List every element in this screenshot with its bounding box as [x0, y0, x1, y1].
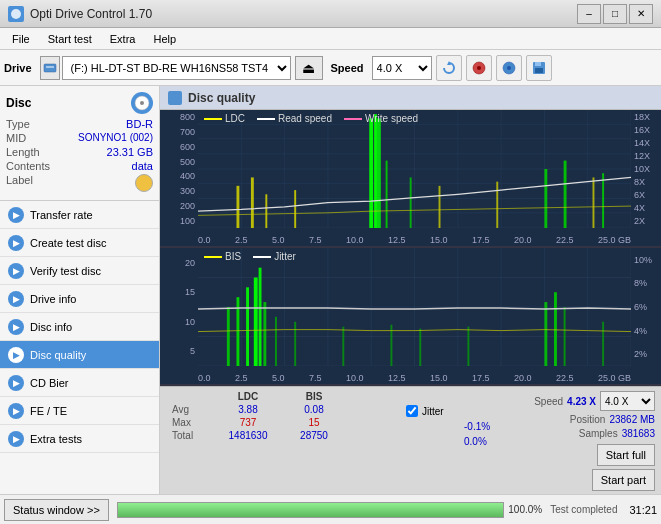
progress-bar-fill [118, 503, 503, 517]
jitter-label-legend: Jitter [274, 251, 296, 262]
legend-writespeed: Write speed [344, 113, 418, 124]
maximize-button[interactable]: □ [603, 4, 627, 24]
extra-tests-label: Extra tests [30, 433, 82, 445]
progress-area: 100.0% [117, 502, 542, 518]
disc-info-icon: ▶ [8, 319, 24, 335]
drive-icon [40, 56, 60, 80]
legend-jitter: Jitter [253, 251, 296, 262]
stats-avg-row: Avg 3.88 0.08 [172, 404, 406, 415]
disc-button[interactable] [466, 55, 492, 81]
sidebar-item-create-test-disc[interactable]: ▶ Create test disc [0, 229, 159, 257]
drive-info-label: Drive info [30, 293, 76, 305]
mid-label: MID [6, 132, 26, 144]
disc-panel: Disc Type BD-R MID SONYNO1 (002) Length … [0, 86, 159, 201]
sidebar: Disc Type BD-R MID SONYNO1 (002) Length … [0, 86, 160, 494]
position-label: Position [570, 414, 606, 425]
samples-row: Samples 381683 [579, 428, 655, 439]
stats-max-row: Max 737 15 [172, 417, 406, 428]
svg-rect-42 [544, 169, 547, 228]
speed-select[interactable]: 4.0 X [372, 56, 432, 80]
svg-rect-41 [496, 182, 498, 228]
chart1-y-left: 800 700 600 500 400 300 200 100 [160, 110, 198, 228]
verify-test-label: Verify test disc [30, 265, 101, 277]
content-area: Disc quality LDC Read speed [160, 86, 661, 494]
chart2-legend: BIS Jitter [204, 251, 296, 262]
menu-help[interactable]: Help [145, 31, 184, 47]
svg-rect-68 [342, 327, 344, 366]
jitter-area: Jitter -0.1% 0.0% [406, 405, 526, 490]
eject-button[interactable]: ⏏ [295, 56, 323, 80]
burn-button[interactable] [496, 55, 522, 81]
svg-rect-10 [535, 68, 543, 73]
close-button[interactable]: ✕ [629, 4, 653, 24]
save-button[interactable] [526, 55, 552, 81]
chart-ldc: LDC Read speed Write speed [160, 110, 661, 248]
sidebar-item-disc-quality[interactable]: ▶ Disc quality [0, 341, 159, 369]
svg-rect-75 [602, 322, 604, 366]
sidebar-item-drive-info[interactable]: ▶ Drive info [0, 285, 159, 313]
drive-select[interactable]: (F:) HL-DT-ST BD-RE WH16NS58 TST4 [62, 56, 291, 80]
status-window-button[interactable]: Status window >> [4, 499, 109, 521]
writespeed-label: Write speed [365, 113, 418, 124]
samples-value: 381683 [622, 428, 655, 439]
chart2-y-right: 10% 8% 6% 4% 2% [631, 248, 661, 366]
title-bar: Opti Drive Control 1.70 – □ ✕ [0, 0, 661, 28]
speed-select-stats[interactable]: 4.0 X [600, 391, 655, 411]
menu-start-test[interactable]: Start test [40, 31, 100, 47]
drive-label: Drive [4, 62, 32, 74]
label-label: Label [6, 174, 33, 192]
jitter-max-row: 0.0% [410, 436, 526, 447]
avg-bis: 0.08 [284, 404, 344, 415]
ldc-label: LDC [225, 113, 245, 124]
svg-rect-60 [227, 307, 230, 366]
speed-info-area: Speed 4.23 X 4.0 X Position 23862 MB Sam… [534, 391, 655, 490]
avg-ldc: 3.88 [218, 404, 278, 415]
action-buttons: Start full Start part [592, 444, 655, 491]
ldc-header: LDC [218, 391, 278, 402]
disc-icon [131, 92, 153, 114]
transfer-rate-label: Transfer rate [30, 209, 93, 221]
chart1-y-right: 18X 16X 14X 12X 10X 8X 6X 4X 2X [631, 110, 661, 228]
menu-extra[interactable]: Extra [102, 31, 144, 47]
sidebar-item-cd-bier[interactable]: ▶ CD Bier [0, 369, 159, 397]
drive-info-icon: ▶ [8, 291, 24, 307]
readspeed-label: Read speed [278, 113, 332, 124]
position-row: Position 23862 MB [570, 414, 655, 425]
legend-ldc: LDC [204, 113, 245, 124]
svg-rect-74 [564, 307, 566, 366]
svg-rect-43 [564, 161, 567, 228]
create-test-icon: ▶ [8, 235, 24, 251]
total-bis: 28750 [284, 430, 344, 441]
svg-rect-62 [246, 287, 249, 366]
svg-point-12 [140, 101, 144, 105]
create-test-label: Create test disc [30, 237, 106, 249]
bis-color [204, 256, 222, 258]
minimize-button[interactable]: – [577, 4, 601, 24]
window-controls: – □ ✕ [577, 4, 653, 24]
disc-quality-icon: ▶ [8, 347, 24, 363]
max-ldc: 737 [218, 417, 278, 428]
disc-info-label: Disc info [30, 321, 72, 333]
toolbar: Drive (F:) HL-DT-ST BD-RE WH16NS58 TST4 … [0, 50, 661, 86]
svg-rect-44 [593, 177, 595, 228]
transfer-rate-icon: ▶ [8, 207, 24, 223]
refresh-button[interactable] [436, 55, 462, 81]
length-label: Length [6, 146, 40, 158]
jitter-checkbox[interactable] [406, 405, 418, 417]
cd-bier-label: CD Bier [30, 377, 69, 389]
start-full-button[interactable]: Start full [597, 444, 655, 466]
start-part-button[interactable]: Start part [592, 469, 655, 491]
chart1-x-labels: 0.0 2.5 5.0 7.5 10.0 12.5 15.0 17.5 20.0… [198, 235, 631, 245]
svg-rect-38 [386, 161, 388, 228]
sidebar-item-verify-test-disc[interactable]: ▶ Verify test disc [0, 257, 159, 285]
menu-file[interactable]: File [4, 31, 38, 47]
progress-bar-container [117, 502, 504, 518]
stats-panel: LDC BIS Avg 3.88 0.08 Max 737 15 Total [160, 386, 661, 494]
svg-rect-72 [544, 302, 547, 366]
sidebar-item-transfer-rate[interactable]: ▶ Transfer rate [0, 201, 159, 229]
sidebar-item-disc-info[interactable]: ▶ Disc info [0, 313, 159, 341]
sidebar-item-extra-tests[interactable]: ▶ Extra tests [0, 425, 159, 453]
sidebar-item-fe-te[interactable]: ▶ FE / TE [0, 397, 159, 425]
content-header: Disc quality [160, 86, 661, 110]
legend-bis: BIS [204, 251, 241, 262]
